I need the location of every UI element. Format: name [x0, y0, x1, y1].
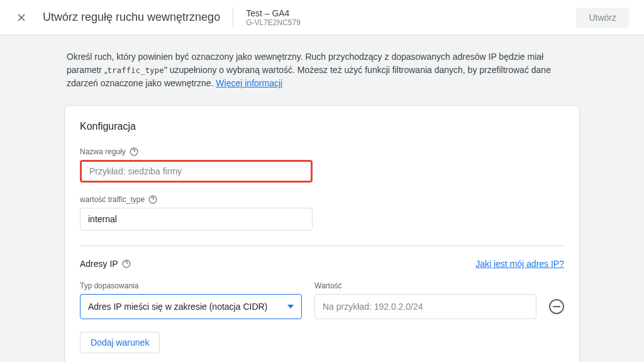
remove-condition-button[interactable]	[549, 299, 564, 314]
help-icon[interactable]	[130, 147, 138, 156]
match-type-select[interactable]: Adres IP mieści się w zakresie (notacja …	[80, 294, 302, 319]
config-title: Konfiguracja	[80, 121, 564, 132]
match-type-label: Typ dopasowania	[80, 281, 302, 290]
traffic-type-group: wartość traffic_type	[80, 195, 564, 230]
config-card: Konfiguracja Nazwa reguły wartość traffi…	[64, 105, 580, 362]
ip-value-input[interactable]	[314, 294, 536, 319]
rule-name-label-text: Nazwa reguły	[80, 147, 126, 156]
ip-condition-row: Typ dopasowania Adres IP mieści się w za…	[80, 281, 564, 319]
description-text: Określ ruch, który powinien być oznaczon…	[64, 50, 580, 90]
my-ip-link[interactable]: Jaki jest mój adres IP?	[475, 259, 564, 269]
property-id: G-VL7E2NC579	[246, 18, 301, 27]
close-icon[interactable]	[15, 11, 28, 24]
add-condition-button[interactable]: Dodaj warunek	[80, 332, 160, 353]
desc-code: traffic_type	[108, 66, 164, 75]
match-type-value: Adres IP mieści się w zakresie (notacja …	[88, 302, 267, 312]
ip-header: Adresy IP Jaki jest mój adres IP?	[80, 259, 564, 269]
value-label: Wartość	[314, 281, 536, 290]
rule-name-input[interactable]	[80, 160, 313, 183]
traffic-type-label: wartość traffic_type	[80, 195, 564, 204]
rule-name-group: Nazwa reguły	[80, 147, 564, 183]
help-icon[interactable]	[148, 195, 157, 204]
rule-name-label: Nazwa reguły	[80, 147, 564, 156]
help-icon[interactable]	[122, 259, 131, 268]
property-name: Test – GA4	[246, 8, 301, 18]
traffic-type-input[interactable]	[80, 208, 313, 230]
header-bar: Utwórz regułę ruchu wewnętrznego Test – …	[0, 0, 644, 35]
main-container: Określ ruch, który powinien być oznaczon…	[64, 35, 580, 362]
match-type-column: Typ dopasowania Adres IP mieści się w za…	[80, 281, 302, 319]
chevron-down-icon	[287, 305, 294, 308]
header-divider	[233, 8, 233, 28]
section-divider	[80, 246, 564, 246]
minus-icon	[553, 306, 560, 307]
learn-more-link[interactable]: Więcej informacji	[216, 78, 282, 88]
page-title: Utwórz regułę ruchu wewnętrznego	[43, 11, 220, 24]
create-button[interactable]: Utwórz	[576, 8, 629, 28]
value-column: Wartość	[314, 281, 536, 319]
header-property: Test – GA4 G-VL7E2NC579	[246, 8, 301, 27]
ip-title-text: Adresy IP	[80, 259, 118, 269]
traffic-type-label-text: wartość traffic_type	[80, 195, 145, 204]
ip-title: Adresy IP	[80, 259, 131, 269]
svg-rect-8	[553, 306, 560, 307]
